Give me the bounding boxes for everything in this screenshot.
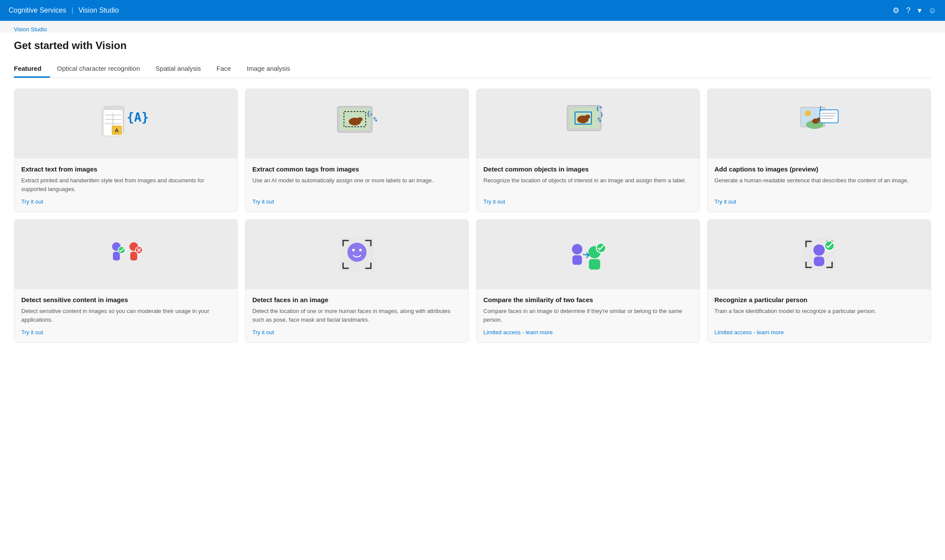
card-desc-compare-faces: Compare faces in an image to determine i…	[483, 307, 693, 324]
card-recognize-person: Recognize a particular person Train a fa…	[707, 219, 931, 343]
card-link-detect-sensitive[interactable]: Try it out	[21, 329, 231, 336]
page-title: Get started with Vision	[14, 40, 931, 52]
page-content: Get started with Vision Featured Optical…	[0, 33, 945, 560]
user-avatar-icon[interactable]: ☺	[928, 6, 936, 15]
card-title-detect-faces: Detect faces in an image	[252, 296, 462, 303]
card-compare-faces: Compare the similarity of two faces Comp…	[476, 219, 700, 343]
card-body-detect-sensitive: Detect sensitive content in images Detec…	[14, 289, 238, 343]
card-body-extract-tags: Extract common tags from images Use an A…	[245, 158, 469, 212]
tab-ocr[interactable]: Optical character recognition	[57, 60, 149, 78]
svg-point-48	[359, 249, 362, 251]
svg-point-56	[813, 244, 825, 256]
breadcrumb-link[interactable]: Vision Studio	[14, 26, 47, 33]
card-detect-faces: Detect faces in an image Detect the loca…	[245, 219, 469, 343]
brand-label: Cognitive Services	[9, 7, 66, 14]
card-image-detect-faces	[245, 220, 469, 289]
svg-rect-52	[589, 259, 600, 270]
card-title-detect-objects: Detect common objects in images	[483, 165, 693, 173]
svg-text:A: A	[115, 127, 119, 134]
app-name-label: Vision Studio	[79, 7, 119, 14]
card-title-extract-tags: Extract common tags from images	[252, 165, 462, 173]
card-image-detect-sensitive	[14, 220, 238, 289]
svg-rect-50	[572, 255, 582, 265]
card-title-recognize-person: Recognize a particular person	[714, 296, 924, 303]
svg-rect-57	[814, 257, 824, 266]
card-link-extract-tags[interactable]: Try it out	[252, 198, 462, 205]
card-body-recognize-person: Recognize a particular person Train a fa…	[707, 289, 931, 343]
card-link-extract-text[interactable]: Try it out	[21, 198, 231, 205]
card-image-recognize-person	[707, 220, 931, 289]
card-body-extract-text: Extract text from images Extract printed…	[14, 158, 238, 212]
top-navigation: Cognitive Services | Vision Studio ⚙ ? ▾…	[0, 0, 945, 21]
svg-text:≡: ≡	[370, 112, 373, 117]
card-image-extract-text: {A} A	[14, 89, 238, 158]
nav-separator: |	[72, 7, 73, 14]
gear-icon[interactable]: ⚙	[892, 6, 899, 15]
card-image-compare-faces	[476, 220, 700, 289]
card-title-detect-sensitive: Detect sensitive content in images	[21, 296, 231, 303]
card-title-compare-faces: Compare the similarity of two faces	[483, 296, 693, 303]
card-image-add-captions: {	[707, 89, 931, 158]
card-desc-detect-faces: Detect the location of one or more human…	[252, 307, 462, 324]
card-extract-tags: { ≡ % Extract common tags from images Us…	[245, 89, 469, 212]
help-icon[interactable]: ?	[906, 6, 911, 15]
card-title-extract-text: Extract text from images	[21, 165, 231, 173]
svg-point-22	[585, 115, 590, 119]
svg-point-28	[805, 110, 811, 116]
card-desc-add-captions: Generate a human-readable sentence that …	[714, 176, 924, 193]
nav-brand: Cognitive Services | Vision Studio	[9, 7, 119, 14]
card-body-detect-objects: Detect common objects in images Recogniz…	[476, 158, 700, 212]
tab-face[interactable]: Face	[217, 60, 240, 78]
card-link-detect-faces[interactable]: Try it out	[252, 329, 462, 336]
nav-actions: ⚙ ? ▾ ☺	[892, 6, 936, 15]
card-body-compare-faces: Compare the similarity of two faces Comp…	[476, 289, 700, 343]
svg-point-14	[357, 117, 363, 122]
card-image-detect-objects: {^ } %	[476, 89, 700, 158]
svg-point-46	[347, 243, 367, 262]
card-desc-detect-objects: Recognize the location of objects of int…	[483, 176, 693, 193]
card-link-detect-objects[interactable]: Try it out	[483, 198, 693, 205]
svg-text:%: %	[373, 116, 377, 123]
svg-rect-41	[130, 252, 137, 260]
card-image-extract-tags: { ≡ %	[245, 89, 469, 158]
card-desc-recognize-person: Train a face identification model to rec…	[714, 307, 924, 324]
card-add-captions: { Add captions to images (preview) Gener…	[707, 89, 931, 212]
svg-rect-32	[820, 110, 838, 123]
card-body-add-captions: Add captions to images (preview) Generat…	[707, 158, 931, 212]
card-link-recognize-person[interactable]: Limited access - learn more	[714, 329, 924, 336]
card-desc-detect-sensitive: Detect sensitive content in images so yo…	[21, 307, 231, 324]
card-desc-extract-text: Extract printed and handwritten style te…	[21, 176, 231, 193]
card-detect-objects: {^ } % Detect common objects in images R…	[476, 89, 700, 212]
card-title-add-captions: Add captions to images (preview)	[714, 165, 924, 173]
card-desc-extract-tags: Use an AI model to automatically assign …	[252, 176, 462, 193]
svg-text:{: {	[819, 105, 822, 111]
card-link-compare-faces[interactable]: Limited access - learn more	[483, 329, 693, 336]
svg-rect-38	[113, 252, 120, 260]
card-link-add-captions[interactable]: Try it out	[714, 198, 924, 205]
cards-grid: {A} A Extract text from images Extract p…	[14, 89, 931, 343]
svg-point-49	[572, 244, 582, 254]
svg-point-47	[352, 249, 355, 251]
tab-spatial[interactable]: Spatial analysis	[155, 60, 209, 78]
svg-text:{A}: {A}	[127, 110, 149, 125]
tab-bar: Featured Optical character recognition S…	[14, 60, 931, 78]
svg-text:{^: {^	[596, 105, 603, 112]
breadcrumb: Vision Studio	[0, 21, 945, 33]
svg-text:%: %	[598, 116, 601, 123]
tab-image-analysis[interactable]: Image analysis	[247, 60, 299, 78]
card-body-detect-faces: Detect faces in an image Detect the loca…	[245, 289, 469, 343]
chevron-down-icon[interactable]: ▾	[918, 6, 922, 15]
tab-featured[interactable]: Featured	[14, 60, 50, 78]
card-detect-sensitive: Detect sensitive content in images Detec…	[14, 219, 238, 343]
card-extract-text: {A} A Extract text from images Extract p…	[14, 89, 238, 212]
